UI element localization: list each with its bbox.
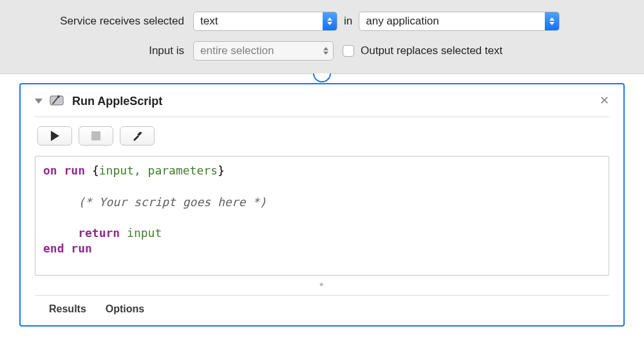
action-card: Run AppleScript ✕ on run {input, paramet…: [19, 83, 625, 327]
stop-icon: [91, 131, 100, 140]
input-type-value: text: [194, 12, 323, 30]
receives-label: Service receives selected: [26, 15, 193, 28]
action-header: Run AppleScript ✕: [35, 93, 609, 117]
header-row-inputis: Input is entire selection Output replace…: [26, 41, 618, 61]
stop-script-button[interactable]: [79, 126, 113, 146]
run-script-button[interactable]: [37, 126, 72, 146]
selection-mode-popup[interactable]: entire selection: [193, 41, 334, 61]
close-icon[interactable]: ✕: [600, 93, 609, 108]
stepper-icon: [323, 12, 337, 30]
app-scope-popup[interactable]: any application: [359, 12, 560, 31]
input-type-popup[interactable]: text: [193, 12, 337, 31]
app-scope-value: any application: [359, 12, 545, 30]
connector: [0, 74, 644, 83]
output-replaces-checkbox[interactable]: [343, 45, 354, 57]
hammer-icon: [131, 129, 144, 142]
stepper-icon: [319, 42, 333, 60]
action-title: Run AppleScript: [72, 95, 162, 108]
workflow-area: Run AppleScript ✕ on run {input, paramet…: [0, 83, 644, 337]
play-icon: [51, 131, 59, 141]
inputis-label: Input is: [26, 44, 193, 57]
header-row-receives: Service receives selected text in any ap…: [26, 12, 618, 31]
output-replaces-label: Output replaces selected text: [361, 44, 502, 57]
script-editor[interactable]: on run {input, parameters} (* Your scrip…: [35, 156, 609, 276]
resize-handle-icon[interactable]: ●: [35, 276, 609, 295]
stepper-icon: [545, 12, 559, 30]
script-toolbar: [35, 126, 609, 146]
connector-notch-icon: [313, 73, 331, 82]
svg-rect-0: [50, 96, 63, 105]
action-footer: Results Options: [35, 295, 609, 321]
compile-script-button[interactable]: [120, 126, 155, 146]
selection-mode-value: entire selection: [194, 42, 319, 60]
svg-point-1: [57, 95, 60, 98]
in-label: in: [337, 15, 359, 28]
results-tab[interactable]: Results: [49, 303, 86, 315]
service-header: Service receives selected text in any ap…: [0, 0, 644, 74]
options-tab[interactable]: Options: [106, 303, 144, 315]
applescript-action-icon: [49, 93, 64, 109]
disclosure-triangle-icon[interactable]: [35, 99, 43, 104]
output-replaces-wrap: Output replaces selected text: [343, 44, 502, 57]
